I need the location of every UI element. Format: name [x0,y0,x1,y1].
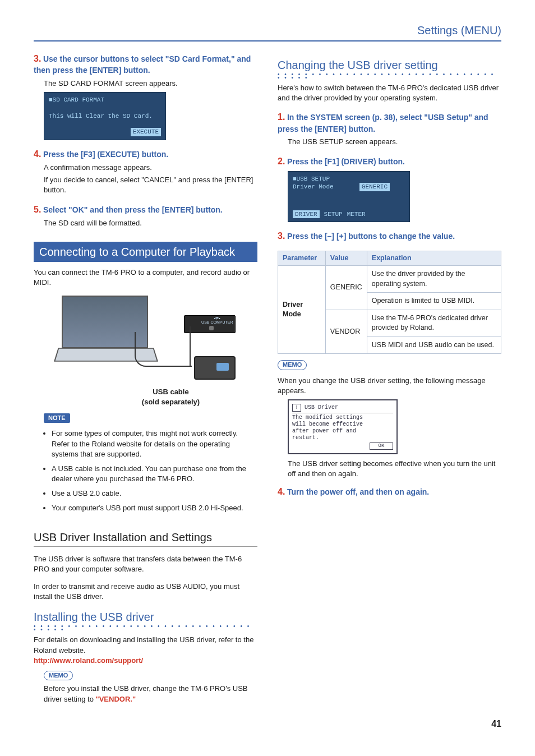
memo-p1: When you change the USB driver setting, … [278,376,501,396]
memo-p2: The USB driver setting becomes effective… [288,459,501,479]
usb-setup-screen: ■USB SETUP Driver Mode GENERIC DRIVER SE… [288,171,410,222]
td-value: GENERIC [325,266,367,310]
screen-title: USB SETUP [297,176,330,182]
step-body: The USB SETUP screen appears. [288,137,501,147]
screen-title: SD CARD FORMAT [53,96,104,103]
td-explanation: Use the TM-6 PRO's dedicated driver prov… [367,310,501,336]
step-body: The SD CARD FORMAT screen appears. [44,79,257,89]
module-icon [194,356,236,380]
screen-row-label: Driver Mode [293,183,334,190]
right-step-4: 4. Turn the power off, and then on again… [278,486,501,498]
step-number: 2. [278,156,285,166]
step-number: 3. [278,231,285,241]
td-parameter: Driver Mode [278,266,326,354]
install-body: For details on downloading and installin… [34,635,257,655]
list-item: Your computer's USB port must support US… [52,503,257,513]
td-explanation: Use the driver provided by the operating… [367,266,501,293]
step-number: 3. [34,54,41,63]
usb-driver-message: ! USB Driver The modified settings will … [288,399,398,454]
warning-icon: ! [292,404,301,412]
screen-msg: This will Clear the SD Card. [49,113,153,119]
td-explanation: Operation is limited to USB MIDI. [367,293,501,310]
td-value: VENDOR [325,310,367,354]
support-link[interactable]: http://www.roland.com/support/ [34,656,257,666]
step-body: If you decide to cancel, select "CANCEL"… [44,175,257,195]
ok-button-icon: OK [370,442,393,450]
dotted-rule: • • • • • • • • • • • • • • • • • • • • … [278,73,501,80]
th-explanation: Explanation [367,251,501,266]
th-parameter: Parameter [278,251,326,266]
list-item: A USB cable is not included. You can pur… [52,464,257,484]
left-column: 3. Use the cursor buttons to select "SD … [34,53,257,704]
heading-install-driver: Installing the USB driver [34,609,257,625]
step-heading: Use the cursor buttons to select "SD Car… [34,54,251,75]
page-number: 41 [34,718,501,730]
step-5: 5. Select "OK" and then press the [ENTER… [34,204,257,229]
list-item: For some types of computer, this might n… [52,428,257,459]
header-section: Settings (MENU) [34,22,501,42]
change-body: Here's how to switch between the TM-6 PR… [278,83,501,103]
step-body: The SD card will be formatted. [44,218,257,228]
dotted-rule: • • • • • • • • • • • • • • • • • • • • … [34,625,257,631]
right-step-1: 1. In the SYSTEM screen (p. 38), select … [278,111,501,147]
step-heading: In the SYSTEM screen (p. 38), select "US… [278,113,488,133]
memo-badge: MEMO [44,671,73,680]
note-badge: NOTE [44,413,70,423]
execute-button-icon: EXECUTE [131,128,161,136]
step-number: 1. [278,112,285,122]
connect-body: You can connect the TM-6 PRO to a comput… [34,268,257,288]
right-step-2: 2. Press the [F1] (DRIVER) button. ■USB … [278,155,501,223]
diagram-caption: USB cable (sold separately) [84,387,257,407]
step-heading: Turn the power off, and then on again. [287,487,429,496]
step-heading: Press the [F3] (EXECUTE) button. [43,150,168,159]
msgbox-title: USB Driver [305,404,338,411]
th-value: Value [325,251,367,266]
td-explanation: USB MIDI and USB audio can be used. [367,336,501,354]
step-heading: Press the [–] [+] buttons to change the … [287,232,455,241]
screen-row-value: GENERIC [359,183,390,191]
meter-tab-label: METER [347,210,366,218]
memo-badge: MEMO [278,360,307,370]
right-column: Changing the USB driver setting • • • • … [278,53,501,704]
connection-diagram: •⇄•USB COMPUTER [56,293,236,382]
heading-connecting: Connecting to a Computer for Playback [34,242,257,262]
step-3: 3. Use the cursor buttons to select "SD … [34,53,257,140]
step-body: A confirmation message appears. [44,163,257,173]
step-number: 5. [34,205,41,214]
paragraph: The USB driver is software that transfer… [34,554,257,574]
vendor-keyword: "VENDOR." [96,695,136,703]
cable-icon [190,326,191,366]
step-4: 4. Press the [F3] (EXECUTE) button. A co… [34,148,257,196]
list-item: Use a USB 2.0 cable. [52,488,257,499]
right-step-3: 3. Press the [–] [+] buttons to change t… [278,230,501,242]
msgbox-body: The modified settings will become effect… [292,414,393,441]
heading-usb-driver: USB Driver Installation and Settings [34,529,257,547]
setup-tab-label: SETUP [324,210,343,218]
cable-icon [135,332,192,367]
step-number: 4. [278,487,285,496]
note-list: For some types of computer, this might n… [44,428,257,513]
paragraph: In order to transmit and receive audio a… [34,582,257,602]
sd-format-screen: ■SD CARD FORMAT This will Clear the SD C… [44,92,166,140]
step-number: 4. [34,149,41,159]
heading-change-usb: Changing the USB driver setting [278,57,501,73]
driver-tab-icon: DRIVER [293,210,320,218]
usb-port-label: •⇄•USB COMPUTER [201,316,233,325]
step-heading: Select "OK" and then press the [ENTER] b… [43,205,223,214]
parameter-table: Parameter Value Explanation Driver Mode … [278,251,501,354]
step-heading: Press the [F1] (DRIVER) button. [287,157,405,166]
memo-body: Before you install the USB driver, chang… [44,684,257,704]
